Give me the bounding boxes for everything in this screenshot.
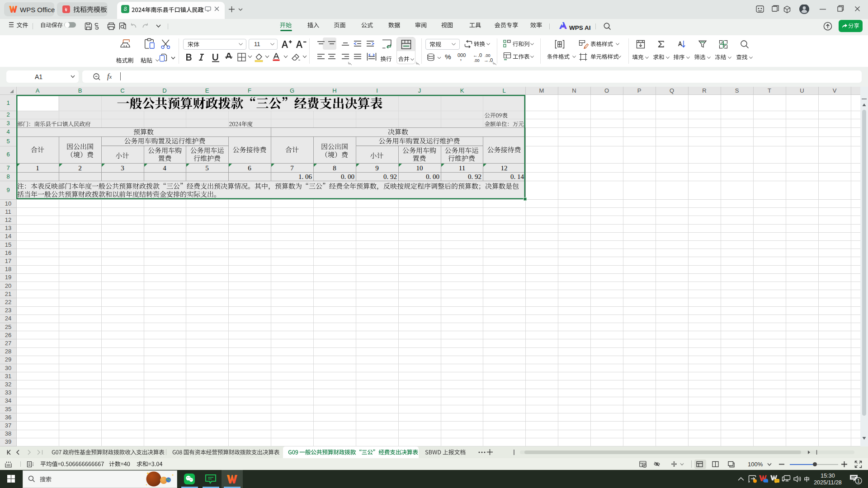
svg-text:25: 25 <box>5 324 11 330</box>
svg-text:2: 2 <box>6 111 9 118</box>
svg-text:1: 1 <box>857 478 860 483</box>
svg-text:S: S <box>735 87 739 94</box>
svg-text:16: 16 <box>5 249 11 256</box>
svg-text:27: 27 <box>5 340 11 347</box>
svg-text:34: 34 <box>5 397 11 404</box>
svg-text:E: E <box>205 87 209 94</box>
svg-text:M: M <box>539 87 544 94</box>
svg-text:15: 15 <box>5 241 11 248</box>
svg-text:2: 2 <box>78 164 82 172</box>
svg-text:20: 20 <box>5 282 11 289</box>
svg-text:8: 8 <box>6 173 9 180</box>
svg-text:32: 32 <box>5 381 11 388</box>
svg-text:39: 39 <box>5 438 11 445</box>
svg-text:.00: .00 <box>474 58 480 63</box>
svg-text:1: 1 <box>6 99 9 106</box>
svg-text:T: T <box>768 87 771 94</box>
svg-text:9: 9 <box>375 164 379 172</box>
svg-text:N: N <box>572 87 576 94</box>
svg-text:7: 7 <box>6 164 9 171</box>
svg-text:29: 29 <box>5 356 11 363</box>
svg-text:0. 14: 0. 14 <box>510 173 524 180</box>
svg-text:4: 4 <box>163 164 166 172</box>
svg-text:0. 00: 0. 00 <box>341 173 354 180</box>
svg-text:F: F <box>248 87 251 94</box>
svg-text:U: U <box>800 87 804 94</box>
svg-text:17: 17 <box>5 258 11 264</box>
svg-text:26: 26 <box>5 332 11 338</box>
svg-text:D: D <box>162 87 166 94</box>
svg-text:7: 7 <box>290 164 294 172</box>
svg-text:11: 11 <box>5 208 11 215</box>
svg-text:8: 8 <box>333 164 336 172</box>
svg-text:6: 6 <box>248 164 251 172</box>
svg-text:28: 28 <box>5 348 11 355</box>
svg-text:I: I <box>376 87 378 94</box>
svg-text:5: 5 <box>205 164 209 172</box>
svg-text:1: 1 <box>36 164 39 172</box>
svg-text:38: 38 <box>5 430 11 437</box>
svg-text:23: 23 <box>5 307 11 314</box>
svg-text:1. 06: 1. 06 <box>298 173 312 180</box>
svg-text:12: 12 <box>501 164 508 172</box>
svg-text:5: 5 <box>6 138 9 145</box>
svg-text:19: 19 <box>5 274 11 281</box>
svg-text:24: 24 <box>5 315 11 322</box>
svg-text:C: C <box>120 87 124 94</box>
svg-text:36: 36 <box>5 414 11 421</box>
svg-text:13: 13 <box>5 225 11 231</box>
svg-text:3: 3 <box>121 164 124 172</box>
svg-text:Q: Q <box>670 87 674 94</box>
svg-text:0. 00: 0. 00 <box>426 173 439 180</box>
svg-text:14: 14 <box>5 233 11 239</box>
svg-text:22: 22 <box>5 299 11 305</box>
svg-text:31: 31 <box>5 373 11 380</box>
svg-text:11: 11 <box>459 164 465 172</box>
svg-text:30: 30 <box>5 365 11 371</box>
svg-text:0. 92: 0. 92 <box>383 173 397 180</box>
svg-text:B: B <box>78 87 82 94</box>
svg-text:12: 12 <box>5 216 11 223</box>
svg-text:A: A <box>36 87 40 94</box>
svg-text:10: 10 <box>416 164 423 172</box>
svg-text:37: 37 <box>5 422 11 429</box>
svg-text:→.0: →.0 <box>484 57 493 63</box>
svg-text:R: R <box>702 87 706 94</box>
svg-text:9: 9 <box>6 187 9 193</box>
svg-text:,: , <box>460 56 462 61</box>
svg-text:G: G <box>290 87 294 94</box>
svg-text:21: 21 <box>5 291 11 297</box>
svg-text:←.0: ←.0 <box>473 52 482 58</box>
svg-text:0. 92: 0. 92 <box>468 173 481 180</box>
svg-text:L: L <box>502 87 505 94</box>
svg-text:10: 10 <box>5 200 11 207</box>
svg-text:6: 6 <box>6 151 9 158</box>
svg-text:O: O <box>604 87 609 94</box>
svg-text:3: 3 <box>6 120 9 127</box>
svg-text:H: H <box>332 87 336 94</box>
svg-text:P: P <box>637 87 642 94</box>
svg-text:35: 35 <box>5 406 11 413</box>
svg-text:000: 000 <box>458 52 466 58</box>
svg-text:J: J <box>418 87 421 94</box>
svg-text:K: K <box>460 87 464 94</box>
svg-text:V: V <box>833 87 837 94</box>
svg-text:4: 4 <box>6 128 9 135</box>
svg-text:33: 33 <box>5 389 11 396</box>
svg-text:18: 18 <box>5 266 11 272</box>
